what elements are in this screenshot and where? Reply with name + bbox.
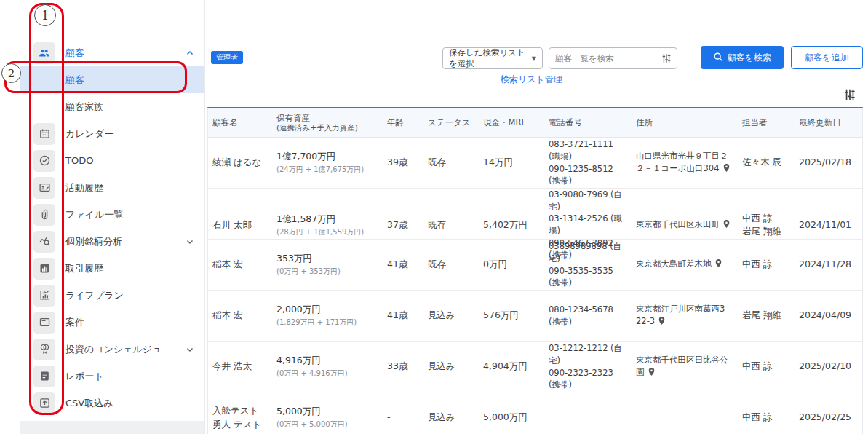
cell-customer-name: 入舩テスト 勇人 テスト [208, 404, 272, 430]
add-customer-button[interactable]: 顧客を追加 [791, 46, 863, 69]
cell-assets: 2,000万円 (1,829万円 + 171万円) [272, 303, 383, 328]
sidebar-item-csv-import[interactable]: CSV取込み [20, 390, 204, 417]
cell-address: 東京都江戸川区南葛西3-22-3 [632, 303, 738, 328]
cell-status: 見込み [423, 411, 479, 424]
caret-down-icon: ▼ [532, 55, 536, 62]
sidebar-item-investment-concierge[interactable]: 投資のコンシェルジュ [20, 336, 204, 363]
cell-status: 既存 [423, 218, 479, 232]
table-row[interactable]: 今井 浩太 4,916万円 (0万円 + 4,916万円) 33歳 見込み 4,… [208, 342, 862, 392]
sidebar-item-todo[interactable]: TODO [20, 147, 204, 174]
sidebar-item-label: 活動履歴 [65, 181, 103, 194]
sidebar-item-file-list[interactable]: ファイル一覧 [20, 201, 204, 228]
header-assets-sub: (連携済み+手入力資産) [276, 123, 378, 133]
cell-customer-name: 綾瀬 はるな [208, 156, 272, 169]
todo-check-icon [33, 150, 55, 172]
cell-cash-mrf: 5,402万円 [479, 218, 544, 232]
customer-search-input[interactable] [549, 47, 677, 69]
location-pin-icon[interactable] [657, 317, 666, 328]
cell-last-updated: 2024/11/28 [795, 258, 864, 271]
assets-total: 1億7,700万円 [276, 150, 378, 163]
cell-status: 見込み [423, 360, 479, 373]
cell-status: 既存 [423, 156, 479, 169]
location-pin-icon[interactable] [714, 260, 723, 270]
chevron-down-icon [186, 345, 194, 354]
assets-total: 4,916万円 [276, 354, 378, 367]
assets-total: 2,000万円 [276, 303, 378, 316]
cell-customer-name: 稲本 宏 [208, 258, 272, 271]
header-staff: 担当者 [738, 117, 795, 127]
sidebar-item-label: 顧客 [65, 47, 84, 60]
search-list-management-link[interactable]: 検索リスト管理 [501, 74, 562, 86]
sidebar-item-transaction-history[interactable]: 取引履歴 [20, 255, 204, 282]
cell-staff: 中西 諒 [738, 258, 795, 271]
cell-last-updated: 2024/04/09 [795, 309, 864, 322]
saved-search-list-select[interactable]: 保存した検索リストを選択 ▼ [442, 47, 543, 69]
header-assets-main: 保有資産 [276, 113, 378, 123]
search-customers-button[interactable]: 顧客を検索 [701, 46, 784, 69]
annotation-circle-2: 2 [1, 63, 21, 83]
table-row[interactable]: 入舩テスト 勇人 テスト 5,000万円 (0万円 + 5,000万円) - 見… [208, 392, 862, 434]
cell-address: 山口県光市光井９丁目２２－１コーポ山口304 [632, 150, 738, 175]
header-address: 住所 [632, 117, 738, 127]
assets-breakdown: (0万円 + 353万円) [276, 267, 378, 277]
header-cash-mrf: 現金・MRF [479, 117, 544, 127]
sidebar-item-report[interactable]: レポート [20, 363, 204, 390]
cell-phone: 03-1212-1212 (自宅)090-2323-2323 (携帯) [544, 342, 632, 391]
stock-analysis-icon [33, 231, 55, 253]
sidebar-item-label: ファイル一覧 [65, 208, 123, 221]
sidebar-item-cases[interactable]: 案件 [20, 309, 204, 336]
cell-assets: 1億7,700万円 (24万円 + 1億7,675万円) [272, 150, 383, 175]
sidebar-item-label: 個別銘柄分析 [65, 235, 122, 248]
sidebar-item-stock-analysis[interactable]: 個別銘柄分析 [20, 228, 204, 255]
sidebar-subitem-customers[interactable]: 顧客 [20, 66, 204, 93]
cell-status: 既存 [423, 258, 479, 271]
search-icon [713, 52, 723, 64]
cell-staff: 岩尾 翔維 [738, 309, 795, 322]
sidebar-item-calendar[interactable]: カレンダー [20, 120, 204, 147]
cell-customer-name: 石川 太郎 [208, 218, 272, 232]
cell-cash-mrf: 0万円 [479, 258, 544, 271]
table-row[interactable]: 石川 太郎 1億1,587万円 (28万円 + 1億1,559万円) 37歳 既… [208, 189, 862, 240]
table-row[interactable]: 稲本 宏 2,000万円 (1,829万円 + 171万円) 41歳 見込み 5… [208, 291, 862, 342]
add-customer-button-label: 顧客を追加 [805, 52, 848, 64]
cell-age: 37歳 [383, 218, 423, 232]
address-text: 東京都千代田区永田町 [636, 219, 720, 229]
sidebar-item-label: 案件 [65, 316, 84, 329]
sidebar-footer [20, 421, 204, 434]
cell-staff: 佐々木 辰 [738, 156, 795, 169]
sidebar-item-label: CSV取込み [65, 397, 114, 410]
transaction-history-icon [33, 258, 55, 280]
cell-staff: 中西 諒 [738, 360, 795, 373]
sidebar-subitem-label: 顧客 [65, 74, 84, 87]
column-settings-tune-icon[interactable] [843, 87, 857, 105]
header-last-updated: 最終更新日 [795, 117, 864, 127]
cell-age: 41歳 [383, 258, 423, 271]
cell-last-updated: 2024/11/01 [795, 218, 864, 232]
cell-assets: 4,916万円 (0万円 + 4,916万円) [272, 354, 383, 379]
table-row[interactable]: 綾瀬 はるな 1億7,700万円 (24万円 + 1億7,675万円) 39歳 … [208, 138, 862, 189]
cell-phone: 080-1234-5678 (携帯) [544, 304, 632, 328]
assets-breakdown: (28万円 + 1億1,559万円) [276, 227, 378, 238]
assets-total: 5,000万円 [276, 405, 378, 418]
csv-import-icon [33, 392, 55, 414]
location-pin-icon[interactable] [647, 368, 656, 379]
cell-cash-mrf: 576万円 [479, 309, 544, 322]
cell-customer-name: 今井 浩太 [208, 360, 272, 373]
sidebar-item-activity-history[interactable]: 活動履歴 [20, 174, 204, 201]
cell-age: 41歳 [383, 309, 423, 322]
location-pin-icon[interactable] [722, 165, 731, 175]
cell-assets: 1億1,587万円 (28万円 + 1億1,559万円) [272, 213, 383, 238]
cell-last-updated: 2025/02/25 [795, 411, 864, 424]
table-row[interactable]: 稲本 宏 353万円 (0万円 + 353万円) 41歳 既存 0万円 0389… [208, 240, 862, 291]
customer-table: 顧客名 保有資産 (連携済み+手入力資産) 年齢 ステータス 現金・MRF 電話… [207, 107, 863, 434]
sidebar-item-life-plan[interactable]: ライフプラン [20, 282, 204, 309]
cell-address: 東京都千代田区永田町 [632, 218, 738, 232]
location-pin-icon[interactable] [722, 221, 731, 231]
search-filter-tune-icon[interactable] [661, 52, 672, 67]
sidebar-item-customers[interactable]: 顧客 [20, 40, 204, 66]
activity-history-icon [33, 177, 55, 199]
header-customer-name: 顧客名 [208, 117, 272, 127]
annotation-circle-1: 1 [34, 4, 56, 26]
sidebar-subitem-customer-family[interactable]: 顧客家族 [20, 93, 204, 120]
cell-cash-mrf: 4,904万円 [479, 360, 544, 373]
